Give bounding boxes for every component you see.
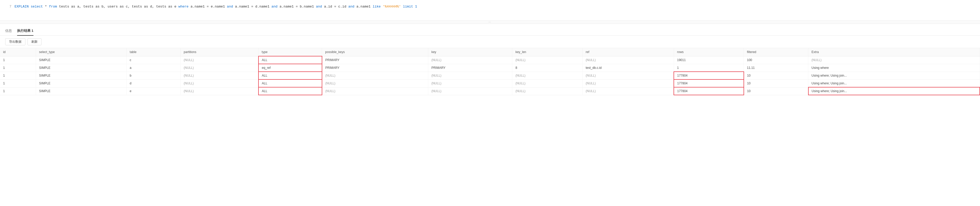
keyword-from: from	[49, 5, 57, 8]
cell-partitions: (NULL)	[180, 64, 258, 72]
cell-partitions: (NULL)	[180, 56, 258, 64]
cell-type: ALL	[258, 56, 322, 64]
table-row: 1SIMPLEe(NULL)ALL(NULL)(NULL)(NULL)(NULL…	[0, 87, 980, 95]
keyword-as-5: as	[168, 5, 172, 8]
sql-plain-11: a.name1 = b.name1	[280, 5, 316, 8]
cell-ref: (NULL)	[582, 56, 674, 64]
sql-plain-3: tests	[59, 5, 71, 8]
cell-filtered: 100	[744, 56, 808, 64]
cell-type: ALL	[258, 79, 322, 87]
table-row: 1SIMPLEc(NULL)ALLPRIMARY(NULL)(NULL)(NUL…	[0, 56, 980, 64]
cell-possible-keys: PRIMARY	[322, 64, 428, 72]
cell-id: 1	[0, 64, 36, 72]
cell-select-type: SIMPLE	[36, 79, 127, 87]
cell-possible-keys: PRIMARY	[322, 56, 428, 64]
cell-key-len: (NULL)	[512, 87, 582, 95]
table-row: 1SIMPLEd(NULL)ALL(NULL)(NULL)(NULL)(NULL…	[0, 79, 980, 87]
col-header-possible-keys: possible_keys	[322, 48, 428, 56]
cell-select-type: SIMPLE	[36, 56, 127, 64]
sql-plain-2: *	[45, 5, 49, 8]
col-header-partitions: partitions	[180, 48, 258, 56]
cell-extra: Using where; Using join...	[808, 87, 980, 95]
cell-table: c	[127, 56, 180, 64]
string-value: '%44444%'	[383, 5, 401, 8]
keyword-as-3: as	[120, 5, 124, 8]
cell-key-len: 8	[512, 64, 582, 72]
tab-result1[interactable]: 执行结果 1	[17, 27, 33, 36]
export-button[interactable]: 导出数据	[5, 38, 25, 45]
table-row: 1SIMPLEb(NULL)ALL(NULL)(NULL)(NULL)(NULL…	[0, 72, 980, 79]
number-value: 1	[415, 5, 417, 8]
keyword-limit: limit	[403, 5, 413, 8]
sql-plain-9: a.name1 = e.name1	[191, 5, 227, 8]
sql-plain-6: c, tests	[126, 5, 144, 8]
cell-select-type: SIMPLE	[36, 72, 127, 79]
col-header-table: table	[127, 48, 180, 56]
table-header-row: id select_type table partitions type pos…	[0, 48, 980, 56]
cell-id: 1	[0, 79, 36, 87]
cell-extra: Using where; Using join...	[808, 79, 980, 87]
cell-table: a	[127, 64, 180, 72]
keyword-and-2: and	[272, 5, 277, 8]
cell-id: 1	[0, 72, 36, 79]
cell-rows: 177804	[674, 72, 744, 79]
cell-table: e	[127, 87, 180, 95]
tabs-area: 信息 执行结果 1	[0, 24, 980, 36]
table-head: id select_type table partitions type pos…	[0, 48, 980, 56]
cell-extra: (NULL)	[808, 56, 980, 64]
cell-rows: 1	[674, 64, 744, 72]
sql-editor: 7 EXPLAIN select * from tests as a, test…	[0, 0, 980, 21]
col-header-ref: ref	[582, 48, 674, 56]
tab-info[interactable]: 信息	[5, 27, 12, 36]
col-header-extra: Extra	[808, 48, 980, 56]
cell-ref: test_db.c.id	[582, 64, 674, 72]
keyword-and-3: and	[316, 5, 322, 8]
cell-select-type: SIMPLE	[36, 87, 127, 95]
sql-code[interactable]: EXPLAIN select * from tests as a, tests …	[14, 4, 975, 10]
cell-rows: 177804	[674, 79, 744, 87]
sql-plain-8: e	[174, 5, 178, 8]
cell-extra: Using where; Using join...	[808, 72, 980, 79]
cell-type: eq_ref	[258, 64, 322, 72]
resize-dots-icon: ⋯	[488, 21, 492, 24]
cell-extra: Using where	[808, 64, 980, 72]
result-table-wrapper: id select_type table partitions type pos…	[0, 48, 980, 95]
keyword-and-1: and	[227, 5, 233, 8]
cell-key-len: (NULL)	[512, 56, 582, 64]
sql-plain-4: a, tests	[77, 5, 95, 8]
line-number: 7	[5, 4, 11, 10]
cell-type: ALL	[258, 72, 322, 79]
toolbar: 导出数据 刷新	[0, 36, 980, 48]
cell-filtered: 11.11	[744, 64, 808, 72]
cell-ref: (NULL)	[582, 87, 674, 95]
cell-rows: 19011	[674, 56, 744, 64]
cell-key-len: (NULL)	[512, 72, 582, 79]
table-body: 1SIMPLEc(NULL)ALLPRIMARY(NULL)(NULL)(NUL…	[0, 56, 980, 95]
cell-filtered: 10	[744, 87, 808, 95]
sql-plain-10: a.name1 = d.name1	[235, 5, 272, 8]
refresh-button[interactable]: 刷新	[27, 38, 41, 45]
cell-key: (NULL)	[428, 79, 512, 87]
cell-ref: (NULL)	[582, 72, 674, 79]
cell-filtered: 10	[744, 79, 808, 87]
cell-filtered: 10	[744, 72, 808, 79]
resize-handle[interactable]: ⋯	[0, 21, 980, 24]
cell-table: b	[127, 72, 180, 79]
keyword-like: like	[372, 5, 380, 8]
keyword-as-4: as	[144, 5, 148, 8]
cell-rows: 177804	[674, 87, 744, 95]
cell-select-type: SIMPLE	[36, 64, 127, 72]
col-header-filtered: filtered	[744, 48, 808, 56]
sql-plain-5: b, users	[102, 5, 120, 8]
col-header-key-len: key_len	[512, 48, 582, 56]
cell-key: PRIMARY	[428, 64, 512, 72]
result-table: id select_type table partitions type pos…	[0, 48, 980, 95]
cell-ref: (NULL)	[582, 79, 674, 87]
cell-partitions: (NULL)	[180, 72, 258, 79]
col-header-id: id	[0, 48, 36, 56]
cell-possible-keys: (NULL)	[322, 72, 428, 79]
sql-plain-13: a.name1	[356, 5, 372, 8]
cell-id: 1	[0, 56, 36, 64]
sql-plain-7: d, tests	[150, 5, 168, 8]
keyword-select: select	[30, 5, 43, 8]
